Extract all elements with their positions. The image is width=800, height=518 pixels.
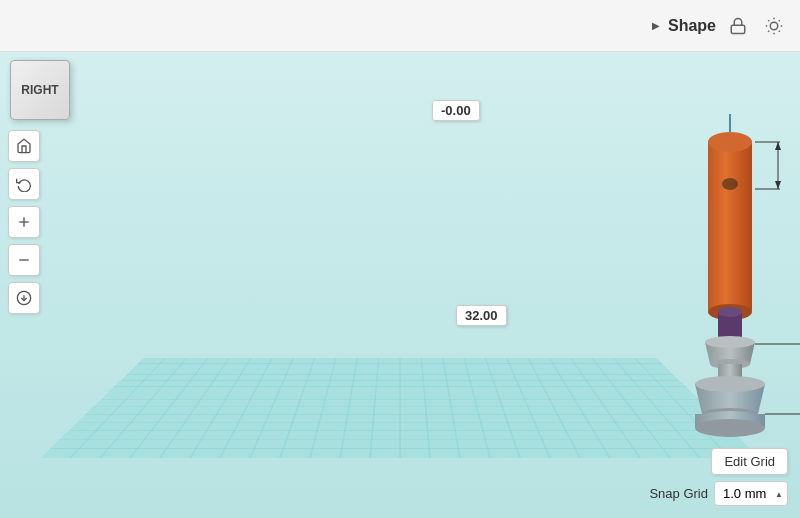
svg-line-41 [768,20,769,21]
shape-expand-icon[interactable]: ▶ [652,20,660,31]
svg-point-57 [708,132,752,152]
svg-point-64 [705,336,755,348]
svg-point-68 [695,376,765,392]
svg-point-72 [695,419,765,437]
bottom-right-controls: Edit Grid Snap Grid 0.5 mm 1.0 mm 2.0 mm… [649,448,788,506]
cube-navigator[interactable]: RIGHT [10,60,70,120]
svg-rect-56 [708,142,752,312]
lock-button[interactable] [724,12,752,40]
svg-line-42 [779,30,780,31]
shape-panel: ▶ Shape [12,12,788,40]
left-toolbar [8,130,40,314]
shape-label: Shape [668,17,716,35]
svg-point-59 [722,178,738,190]
zoom-in-button[interactable] [8,206,40,238]
snap-grid-select[interactable]: 0.5 mm 1.0 mm 2.0 mm 5.0 mm [714,481,788,506]
snap-grid-label: Snap Grid [649,486,708,501]
svg-marker-77 [775,181,781,189]
cube-face: RIGHT [10,60,70,120]
viewport: ▶ Shape [0,0,800,518]
snap-select-wrapper: 0.5 mm 1.0 mm 2.0 mm 5.0 mm [714,481,788,506]
home-button[interactable] [8,130,40,162]
light-button[interactable] [760,12,788,40]
svg-line-46 [779,20,780,21]
svg-point-38 [770,22,778,30]
svg-point-61 [718,307,742,317]
svg-marker-76 [775,142,781,150]
top-panel: ▶ Shape [0,0,800,52]
edit-grid-button[interactable]: Edit Grid [711,448,788,475]
download-button[interactable] [8,282,40,314]
rotate-button[interactable] [8,168,40,200]
snap-grid-row: Snap Grid 0.5 mm 1.0 mm 2.0 mm 5.0 mm [649,481,788,506]
dimension-label-top: -0.00 [432,100,480,121]
dimension-label-bottom: 32.00 [456,305,507,326]
svg-rect-37 [731,25,745,33]
svg-line-45 [768,30,769,31]
zoom-out-button[interactable] [8,244,40,276]
